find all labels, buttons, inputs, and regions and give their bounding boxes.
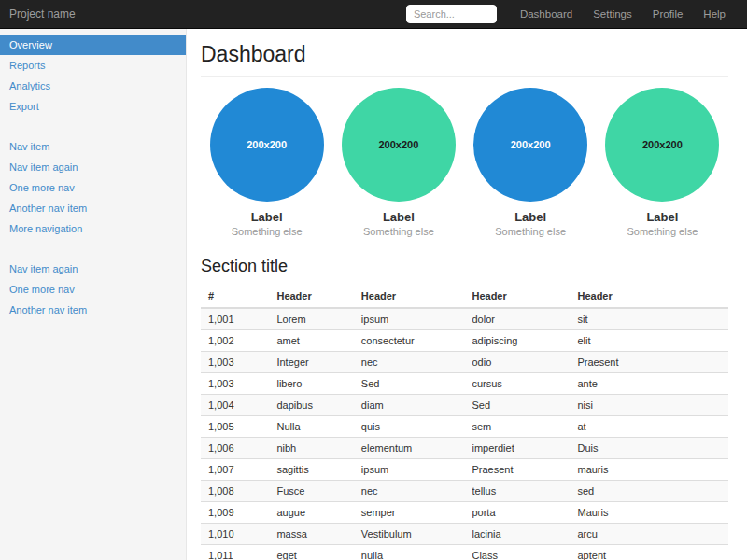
table-cell: 1,011 <box>201 545 269 560</box>
placeholder-sublabel: Something else <box>597 226 728 237</box>
table-cell: Class <box>464 545 570 560</box>
table-cell: ipsum <box>354 308 465 330</box>
sidebar-nav-group: Nav itemNav item againOne more navAnothe… <box>0 137 186 239</box>
table-row: 1,004dapibusdiamSednisi <box>201 395 728 416</box>
table-cell: quis <box>354 416 465 438</box>
search-input[interactable] <box>406 5 497 23</box>
table-cell: Praesent <box>464 459 570 481</box>
table-cell: Integer <box>269 352 353 373</box>
sidebar: OverviewReportsAnalyticsExportNav itemNa… <box>0 29 187 560</box>
placeholder-column: 200x200LabelSomething else <box>201 88 332 237</box>
table-cell: augue <box>269 502 353 524</box>
table-cell: Nulla <box>269 416 353 438</box>
table-cell: at <box>570 416 728 438</box>
sidebar-item-analytics[interactable]: Analytics <box>0 77 186 96</box>
table-cell: 1,003 <box>201 373 269 395</box>
navbar-link-dashboard[interactable]: Dashboard <box>510 1 583 27</box>
sidebar-item-nav-item-again[interactable]: Nav item again <box>0 158 186 177</box>
placeholder-circle-image: 200x200 <box>210 88 324 202</box>
placeholder-label: Label <box>201 210 332 224</box>
placeholder-row: 200x200LabelSomething else200x200LabelSo… <box>201 88 728 237</box>
table-cell: odio <box>464 352 570 373</box>
sidebar-item-nav-item[interactable]: Nav item <box>0 137 186 157</box>
sidebar-item-export[interactable]: Export <box>0 97 186 117</box>
table-column-header: Header <box>269 285 353 308</box>
table-cell: Fusce <box>269 481 353 502</box>
placeholder-label: Label <box>332 210 464 224</box>
navbar-links: DashboardSettingsProfileHelp <box>510 1 736 27</box>
table-row: 1,005Nullaquissemat <box>201 416 728 438</box>
table-cell: adipiscing <box>464 330 570 352</box>
table-cell: sed <box>570 481 728 502</box>
table-cell: nibh <box>269 438 353 459</box>
table-cell: elementum <box>354 438 465 459</box>
navbar-link-settings[interactable]: Settings <box>583 1 642 27</box>
table-cell: Lorem <box>269 308 353 330</box>
placeholder-sublabel: Something else <box>465 226 597 237</box>
placeholder-label: Label <box>465 210 597 224</box>
table-cell: 1,007 <box>201 459 269 481</box>
sidebar-item-nav-item-again[interactable]: Nav item again <box>0 259 186 279</box>
table-cell: 1,006 <box>201 438 269 459</box>
table-cell: 1,004 <box>201 395 269 416</box>
table-column-header: # <box>201 285 269 308</box>
placeholder-label: Label <box>597 210 728 224</box>
table-row: 1,001Loremipsumdolorsit <box>201 308 728 330</box>
placeholder-sublabel: Something else <box>332 226 464 237</box>
table-cell: dolor <box>464 308 570 330</box>
sidebar-nav-group: OverviewReportsAnalyticsExport <box>0 35 186 117</box>
navbar-link-help[interactable]: Help <box>693 1 736 27</box>
sidebar-item-reports[interactable]: Reports <box>0 56 186 76</box>
page-title: Dashboard <box>201 39 728 77</box>
table-cell: amet <box>269 330 353 352</box>
table-header-row: #HeaderHeaderHeaderHeader <box>201 285 728 308</box>
table-column-header: Header <box>570 285 728 308</box>
top-navbar: Project name DashboardSettingsProfileHel… <box>0 0 747 29</box>
table-cell: Duis <box>570 438 728 459</box>
table-cell: dapibus <box>269 395 353 416</box>
brand-title[interactable]: Project name <box>0 7 76 21</box>
table-cell: cursus <box>464 373 570 395</box>
table-cell: sit <box>570 308 728 330</box>
table-cell: porta <box>464 502 570 524</box>
table-cell: nulla <box>354 545 465 560</box>
placeholder-column: 200x200LabelSomething else <box>332 88 464 237</box>
table-cell: Praesent <box>570 352 728 373</box>
sidebar-item-overview[interactable]: Overview <box>0 35 186 55</box>
table-cell: mauris <box>570 459 728 481</box>
table-cell: Vestibulum <box>354 524 465 545</box>
sidebar-item-one-more-nav[interactable]: One more nav <box>0 280 186 300</box>
table-cell: libero <box>269 373 353 395</box>
table-cell: imperdiet <box>464 438 570 459</box>
table-column-header: Header <box>464 285 570 308</box>
table-cell: nec <box>354 352 465 373</box>
sidebar-item-one-more-nav[interactable]: One more nav <box>0 178 186 198</box>
placeholder-circle-image: 200x200 <box>473 88 587 202</box>
table-cell: nisi <box>570 395 728 416</box>
placeholder-column: 200x200LabelSomething else <box>465 88 597 237</box>
table-cell: 1,002 <box>201 330 269 352</box>
sidebar-item-more-navigation[interactable]: More navigation <box>0 219 186 239</box>
table-cell: lacinia <box>464 524 570 545</box>
navbar-link-profile[interactable]: Profile <box>642 1 694 27</box>
table-row: 1,007sagittisipsumPraesentmauris <box>201 459 728 481</box>
table-cell: 1,001 <box>201 308 269 330</box>
table-cell: Sed <box>464 395 570 416</box>
placeholder-circle-image: 200x200 <box>342 88 456 202</box>
sidebar-item-another-nav-item[interactable]: Another nav item <box>0 301 186 320</box>
sidebar-item-another-nav-item[interactable]: Another nav item <box>0 199 186 218</box>
table-row: 1,002ametconsecteturadipiscingelit <box>201 330 728 352</box>
table-cell: massa <box>269 524 353 545</box>
table-cell: 1,010 <box>201 524 269 545</box>
table-row: 1,003liberoSedcursusante <box>201 373 728 395</box>
table-cell: arcu <box>570 524 728 545</box>
table-cell: 1,008 <box>201 481 269 502</box>
sidebar-nav-group: Nav item againOne more navAnother nav it… <box>0 259 186 320</box>
table-row: 1,010massaVestibulumlaciniaarcu <box>201 524 728 545</box>
table-row: 1,006nibhelementumimperdietDuis <box>201 438 728 459</box>
placeholder-circle-image: 200x200 <box>605 88 719 202</box>
table-column-header: Header <box>354 285 465 308</box>
table-row: 1,003IntegernecodioPraesent <box>201 352 728 373</box>
table-cell: diam <box>354 395 465 416</box>
table-cell: Mauris <box>570 502 728 524</box>
